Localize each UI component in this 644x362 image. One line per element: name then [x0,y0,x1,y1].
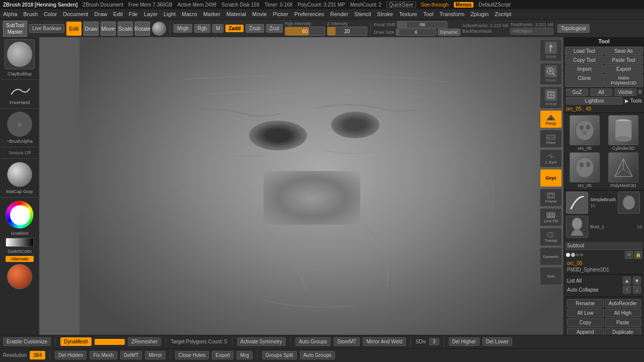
simple-brush-thumb[interactable] [566,192,588,214]
topological-btn[interactable]: Topological [557,24,590,33]
zcut-btn[interactable]: Zcut [266,24,283,33]
mirror-and-weld-btn[interactable]: Mirror And Weld [363,337,406,346]
list-all-down-btn[interactable]: ▼ [633,277,641,285]
alternate-btn[interactable]: Alternate [6,256,34,262]
load-tool-btn[interactable]: Load Tool [565,47,604,55]
paste-btn[interactable]: Paste [605,318,641,327]
auto-collapse-up-btn[interactable]: ↑ [623,286,631,294]
menu-transform[interactable]: Transform [439,11,464,17]
menu-light[interactable]: Light [164,11,176,17]
subtool-master-btn[interactable]: SubToolMaster [3,21,27,37]
line-fill-btn[interactable]: Line Fill [540,208,562,226]
live-boolean-btn[interactable]: Live Boolean [29,24,64,33]
menu-macro[interactable]: Macro [182,11,197,17]
frame-btn[interactable]: Frame [540,189,562,207]
solo-btn[interactable]: Solo [540,267,562,285]
subtool-eye-btn[interactable]: 👁 [625,251,633,259]
floor-btn[interactable]: Floor [540,130,562,148]
auto-reorder-btn[interactable]: AutoReorder [605,299,641,308]
focal-shift-slider[interactable]: -56 [397,21,447,28]
menu-edit[interactable]: Edit [113,11,123,17]
copy-btn[interactable]: Copy [567,318,604,327]
menu-stroke[interactable]: Stroke [377,11,393,17]
local-sym-btn[interactable]: L.Sym [540,149,562,167]
dyna-mesh-btn[interactable]: DynaMesh [60,337,92,346]
transp-btn[interactable]: Transp [540,228,562,246]
resolution-bar[interactable] [95,339,125,345]
del-hidden-btn[interactable]: Del Hidden [55,351,87,359]
store-mt-btn[interactable]: StoreMT [334,337,360,346]
auto-groups-btn[interactable]: Auto Groups [295,337,331,346]
all-low-btn[interactable]: All Low [567,309,604,317]
menu-preferences[interactable]: Preferences [294,11,324,17]
groups-split-btn[interactable]: Groups Split [262,351,297,359]
mrg-btn[interactable]: Mrg [236,351,252,359]
material-preview-sphere[interactable] [7,264,32,289]
default-script[interactable]: DefaultZScript [478,2,510,8]
mrgb-btn[interactable]: Mrgb [174,24,192,33]
zremesher-btn[interactable]: ZRemesher [128,337,161,346]
freehand-stroke[interactable] [7,83,32,98]
dynamic2-btn[interactable]: Dynamic [540,247,562,265]
menu-alpha[interactable]: Alpha [3,11,17,17]
scroll-btn[interactable]: Scroll [540,39,562,61]
matcap-swatch[interactable] [7,162,32,187]
copy-tool-btn[interactable]: Copy Tool [565,56,604,64]
fix-mesh-btn[interactable]: Fix Mesh [90,351,117,359]
z-intensity-slider[interactable]: 20 [327,27,367,36]
edit-btn[interactable]: Edit [66,22,82,36]
subtool-visibility-dot-2[interactable] [571,253,575,257]
fill-object-btn[interactable]: FillObject [510,28,553,35]
auto-collapse-down-btn[interactable]: ↓ [633,286,641,294]
rotate-btn[interactable]: Rotate [135,22,150,36]
resolution-value[interactable]: 384 [30,351,45,359]
tool-thumb-cylinder3d[interactable]: Cylinder3D [605,115,642,151]
clone-btn[interactable]: Clone [565,74,604,87]
gxyz-btn[interactable]: Gxyz [540,169,562,187]
del-higher-btn[interactable]: Del Higher [449,337,479,346]
del-lower-btn[interactable]: Del Lower [482,337,512,346]
menu-tool[interactable]: Tool [423,11,433,17]
mirror-btn[interactable]: Mirror [145,351,165,359]
persp-btn[interactable]: Persp [540,110,562,128]
duplicate-btn[interactable]: Duplicate [605,328,641,335]
visible-btn[interactable]: Visible [614,88,636,96]
save-as-btn[interactable]: Save As [604,47,643,55]
rgb-intensity-slider[interactable]: 60 [285,27,325,36]
all-high-btn[interactable]: All High [605,309,641,317]
rgb-btn[interactable]: Rgb [194,24,210,33]
scale-btn[interactable]: Scale [118,22,133,36]
menu-zscript[interactable]: Zscript [495,11,511,17]
import-btn[interactable]: Import [565,65,604,73]
auto-groups2-btn[interactable]: Auto Groups [300,351,335,359]
bust-thumb[interactable] [566,216,588,238]
move-btn[interactable]: Move [101,22,116,36]
menu-render[interactable]: Render [330,11,348,17]
close-holes-btn[interactable]: Close Holes [175,351,209,359]
subtool-lock-btn[interactable]: 🔒 [634,251,642,259]
menu-marker[interactable]: Marker [203,11,220,17]
subtool-visibility-dot-1[interactable] [566,253,570,257]
menu-document[interactable]: Document [63,11,88,17]
zadd-btn[interactable]: Zadd [225,25,244,32]
menu-brush[interactable]: Brush [23,11,38,17]
tool-thumb-orc05-2[interactable]: orc_05 [566,152,603,188]
menu-stencil[interactable]: Stencil [354,11,371,17]
zsub-btn[interactable]: Zsub [246,24,264,33]
quicksave-btn[interactable]: QuickSave [386,2,416,8]
menu-texture[interactable]: Texture [399,11,417,17]
brush-alpha-icon[interactable]: ● [7,112,32,137]
canvas-area[interactable]: -0.063, -0.337, 0.069 [39,37,564,335]
orc05-side-thumb[interactable] [618,192,640,214]
menu-color[interactable]: Color [44,11,57,17]
menu-picker[interactable]: Picker [273,11,288,17]
draw-btn[interactable]: Draw [84,22,99,36]
menus-btn[interactable]: Menus [454,2,474,8]
gradient-bar[interactable] [6,238,34,247]
lightbox-btn[interactable]: Lightbox [566,97,623,105]
goz-btn[interactable]: GoZ [566,88,588,96]
color-wheel[interactable] [6,201,34,229]
seethrough-btn[interactable]: See-through [421,2,449,8]
tool-thumb-orc05[interactable]: orc_05 [566,115,603,151]
make-polymesh3d-btn[interactable]: Make PolyMesh3D [604,74,643,87]
